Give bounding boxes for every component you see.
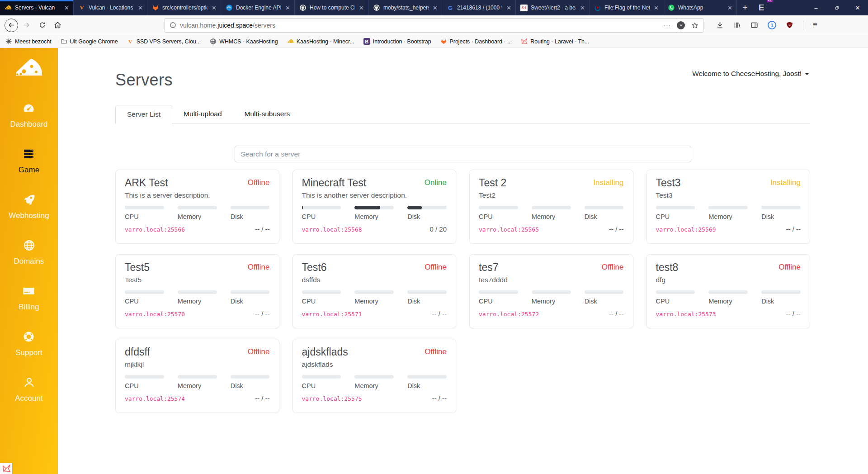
browser-tab-wikimedia-flag[interactable]: File:Flag of the Neth ✕ (590, 0, 663, 15)
sidebar-item-billing[interactable]: Billing (19, 285, 39, 312)
sidebar-item-account[interactable]: Account (15, 376, 42, 403)
sidebar-item-label: Support (15, 348, 42, 357)
sidebar-item-label: Webhosting (9, 211, 49, 220)
window-restore-button[interactable] (826, 0, 847, 15)
browser-tab-servers-vulcan[interactable]: Servers - Vulcan ✕ (0, 0, 74, 15)
tab-title: Servers - Vulcan (15, 5, 60, 11)
tab-close-icon[interactable]: ✕ (432, 5, 439, 11)
tab-close-icon[interactable]: ✕ (653, 5, 660, 11)
server-card-test8[interactable]: test8 Offline dfg CPU Memory Disk varro.… (646, 254, 811, 328)
excel-addon-icon[interactable]: E XL (753, 0, 769, 15)
sidebar-item-webhosting[interactable]: Webhosting (9, 194, 49, 220)
reload-button[interactable] (35, 19, 49, 32)
bookmark-whmcs[interactable]: WHMCS - KaasHosting (210, 38, 278, 45)
tab-close-icon[interactable]: ✕ (358, 5, 365, 11)
cpu-label: CPU (125, 298, 164, 305)
cpu-label: CPU (479, 213, 518, 220)
window-minimize-button[interactable]: – (806, 0, 826, 15)
excel-xl-badge: XL (767, 0, 773, 2)
bookmark-kaashosting[interactable]: KaasHosting - Minecr... (287, 38, 354, 45)
sidebar-item-support[interactable]: Support (15, 331, 42, 357)
sidebar-item-label: Dashboard (10, 120, 47, 129)
downloads-icon[interactable] (716, 21, 724, 29)
disk-label: Disk (761, 213, 801, 220)
tab-close-icon[interactable]: ✕ (579, 5, 586, 11)
new-tab-button[interactable]: + (737, 0, 753, 15)
search-input[interactable] (235, 146, 691, 162)
menu-icon[interactable]: ≡ (813, 23, 817, 27)
bookmark-meest-bezocht[interactable]: Meest bezocht (5, 38, 52, 45)
sidebar-item-domains[interactable]: Domains (14, 239, 44, 266)
tab-close-icon[interactable]: ✕ (137, 5, 144, 11)
bookmark-star-icon[interactable] (691, 22, 698, 29)
browser-tab-sweetalert[interactable]: SA SweetAlert2 - a beau ✕ (516, 0, 590, 15)
disk-bar (585, 290, 624, 294)
browser-tab-google-calc[interactable]: G 21418618 / (1000 * 10 ✕ (442, 0, 516, 15)
browser-tab-docker-api[interactable]: Docker Engine API v ✕ (221, 0, 295, 15)
server-card-ark-test[interactable]: ARK Test Offline This is a server descri… (115, 170, 279, 244)
library-icon[interactable] (733, 21, 741, 29)
server-card-ajdskflads[interactable]: ajdskflads Offline ajdskflads CPU Memory… (292, 339, 457, 413)
sidebar-item-dashboard[interactable]: Dashboard (10, 102, 47, 129)
bookmark-bootstrap[interactable]: B Introduction · Bootstrap (363, 38, 431, 45)
bookmark-laravel-routing[interactable]: Routing - Laravel - Th... (521, 38, 589, 45)
memory-bar (178, 375, 217, 379)
tab-close-icon[interactable]: ✕ (284, 5, 291, 11)
tab-close-icon[interactable]: ✕ (505, 5, 512, 11)
memory-label: Memory (708, 298, 748, 305)
tab-multi-subusers[interactable]: Multi-subusers (233, 105, 302, 123)
back-button[interactable] (5, 19, 18, 32)
tab-close-icon[interactable]: ✕ (211, 5, 217, 11)
laravel-corner-icon (0, 463, 12, 474)
account-dropdown[interactable]: Welcome to CheeseHosting, Joost! (692, 70, 809, 78)
home-button[interactable] (51, 19, 64, 32)
sidebars-icon[interactable] (750, 21, 758, 29)
tab-multi-upload[interactable]: Multi-upload (172, 105, 233, 123)
server-card-minecraft-test[interactable]: Minecraft Test Online This is another se… (292, 170, 457, 244)
browser-tab-vulcan-locations[interactable]: V Vulcan - Locations - ✕ (74, 0, 147, 15)
sidebar-item-label: Billing (19, 303, 39, 312)
whatsapp-favicon (668, 4, 675, 11)
server-name: tes7 (479, 261, 498, 274)
browser-tab-whatsapp[interactable]: WhatsApp ✕ (663, 0, 737, 15)
player-count: 0 / 20 (429, 225, 447, 233)
tab-server-list[interactable]: Server List (115, 105, 172, 124)
disk-label: Disk (231, 298, 270, 305)
cpu-label: CPU (302, 213, 341, 220)
ublock-icon[interactable] (786, 21, 793, 29)
bookmark-uit-google-chrome[interactable]: Uit Google Chrome (61, 38, 118, 45)
server-description: dfg (656, 276, 801, 284)
bookmark-gitlab-projects[interactable]: Projects · Dashboard · ... (440, 38, 512, 45)
browser-tab-moby-stats[interactable]: moby/stats_helpers. ✕ (368, 0, 442, 15)
bookmark-ssd-vps[interactable]: V SSD VPS Servers, Clou... (127, 38, 201, 45)
tab-close-icon[interactable]: ✕ (726, 5, 733, 11)
browser-tab-github-compute[interactable]: How to compute CP ✕ (295, 0, 368, 15)
server-address: varro.local:25574 (125, 395, 185, 402)
player-count: -- / -- (255, 394, 269, 402)
onepassword-icon[interactable]: 1 (768, 21, 776, 29)
browser-tab-gitlab-src[interactable]: src/controllers/optio ✕ (147, 0, 221, 15)
forward-button[interactable] (20, 19, 33, 32)
memory-label: Memory (178, 298, 217, 305)
url-bar[interactable]: vulcan.home.juiced.space/servers ··· (165, 18, 703, 33)
pocket-icon[interactable] (677, 21, 685, 29)
cheese-favicon (287, 38, 294, 45)
server-card-test6[interactable]: Test6 Offline dsffds CPU Memory Disk var… (292, 254, 457, 328)
memory-bar (354, 290, 394, 294)
toolbar-icons: 1 ≡ (716, 20, 817, 30)
server-card-test-2[interactable]: Test 2 Installing Test2 CPU Memory Disk … (469, 170, 633, 244)
server-card-dfdsff[interactable]: dfdsff Offline mjklkjl CPU Memory Disk v… (115, 339, 279, 413)
memory-label: Memory (178, 382, 217, 389)
cpu-bar (125, 206, 164, 209)
bookmark-label: Meest bezocht (15, 38, 52, 45)
disk-bar (407, 206, 447, 209)
window-close-button[interactable]: ✕ (847, 0, 868, 15)
server-description: Test2 (479, 191, 624, 199)
server-card-test5[interactable]: Test5 Offline Test5 CPU Memory Disk varr… (115, 254, 279, 328)
page-actions-icon[interactable]: ··· (664, 21, 670, 29)
sidebar-item-game[interactable]: Game (19, 148, 39, 175)
server-card-tes7[interactable]: tes7 Offline tes7dddd CPU Memory Disk va… (469, 254, 633, 328)
site-info-icon[interactable] (170, 22, 176, 28)
server-card-test3[interactable]: Test3 Installing Test3 CPU Memory Disk v… (646, 170, 811, 244)
tab-close-icon[interactable]: ✕ (63, 5, 70, 11)
